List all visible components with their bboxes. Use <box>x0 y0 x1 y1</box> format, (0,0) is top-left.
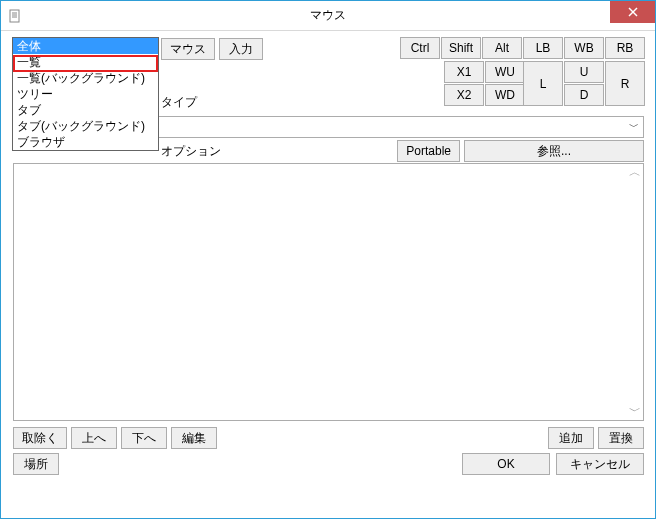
add-button[interactable]: 追加 <box>548 427 594 449</box>
dropdown-item-all[interactable]: 全体 <box>13 38 158 54</box>
edit-actions: 取除く 上へ 下へ 編集 <box>13 427 217 449</box>
window-title: マウス <box>1 7 655 24</box>
titlebar: マウス <box>1 1 655 31</box>
dropdown-item-tab[interactable]: タブ <box>13 102 158 118</box>
place-row: 場所 <box>13 453 59 475</box>
edit-button[interactable]: 編集 <box>171 427 217 449</box>
dialog-content: マウス 入力 Ctrl Shift Alt LB WB RB X1 WU X2 … <box>1 31 655 518</box>
type-label: タイプ <box>161 94 197 111</box>
input-button[interactable]: 入力 <box>219 38 263 60</box>
chevron-down-icon: ﹀ <box>625 120 643 134</box>
cancel-button[interactable]: キャンセル <box>556 453 644 475</box>
scrollbar[interactable]: ︿ ﹀ <box>626 164 643 420</box>
mouse-button[interactable]: マウス <box>161 38 215 60</box>
ok-button[interactable]: OK <box>462 453 550 475</box>
wu-button[interactable]: WU <box>485 61 525 83</box>
replace-button[interactable]: 置換 <box>598 427 644 449</box>
x1-button[interactable]: X1 <box>444 61 484 83</box>
place-button[interactable]: 場所 <box>13 453 59 475</box>
wb-button[interactable]: WB <box>564 37 604 59</box>
remove-button[interactable]: 取除く <box>13 427 67 449</box>
dropdown-item-list-bg[interactable]: 一覧(バックグラウンド) <box>13 70 158 86</box>
scroll-up-icon[interactable]: ︿ <box>629 164 641 181</box>
lb-button[interactable]: LB <box>523 37 563 59</box>
scroll-down-icon[interactable]: ﹀ <box>629 403 641 420</box>
browse-button[interactable]: 参照... <box>464 140 644 162</box>
dropdown-item-list[interactable]: 一覧 <box>13 54 158 70</box>
dropdown-item-tree[interactable]: ツリー <box>13 86 158 102</box>
top-row: マウス 入力 <box>161 38 263 60</box>
list-area[interactable]: ︿ ﹀ <box>13 163 644 421</box>
dialog-window: マウス マウス 入力 Ctrl Shift Alt LB WB RB X1 WU… <box>0 0 656 519</box>
portable-button[interactable]: Portable <box>397 140 460 162</box>
add-replace-actions: 追加 置換 <box>548 427 644 449</box>
dropdown-item-tab-bg[interactable]: タブ(バックグラウンド) <box>13 118 158 134</box>
up-button[interactable]: 上へ <box>71 427 117 449</box>
ctrl-button[interactable]: Ctrl <box>400 37 440 59</box>
type-row: タイプ <box>161 91 644 113</box>
ok-cancel-row: OK キャンセル <box>462 453 644 475</box>
scope-dropdown[interactable]: 全体 一覧 一覧(バックグラウンド) ツリー タブ タブ(バックグラウンド) ブ… <box>12 37 159 151</box>
u-button[interactable]: U <box>564 61 604 83</box>
option-label: オプション <box>161 143 221 160</box>
shift-button[interactable]: Shift <box>441 37 481 59</box>
option-row: オプション Portable 参照... <box>161 140 644 162</box>
alt-button[interactable]: Alt <box>482 37 522 59</box>
dropdown-item-browser[interactable]: ブラウザ <box>13 134 158 150</box>
rb-button[interactable]: RB <box>605 37 645 59</box>
down-button[interactable]: 下へ <box>121 427 167 449</box>
